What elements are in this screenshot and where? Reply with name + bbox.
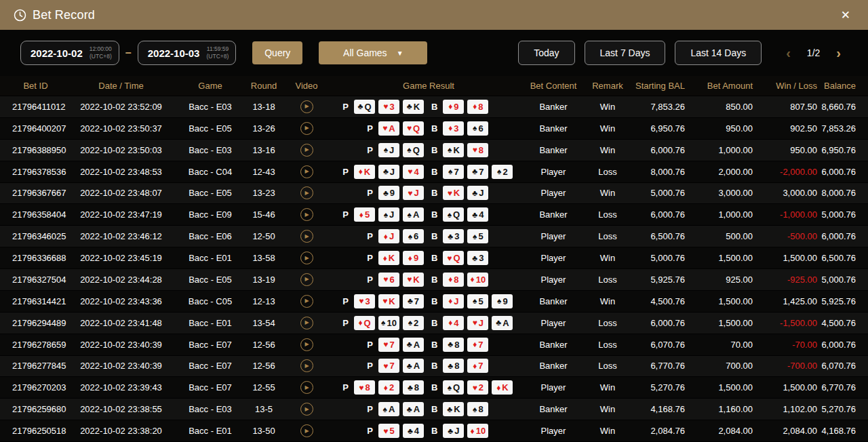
starting-bal-cell: 5,000.76 — [631, 188, 688, 198]
player-hand: P ♦K♣J♥4 — [335, 165, 431, 179]
game-cell: Bacc - E07 — [171, 382, 250, 393]
player-hand: P ♥7♣A — [335, 338, 431, 352]
date-time-cell: 2022-10-02 23:50:03 — [71, 145, 171, 155]
bet-id-cell: 21796411012 — [0, 102, 71, 112]
date-time-cell: 2022-10-02 23:40:39 — [71, 361, 171, 371]
play-video-icon[interactable]: ▶ — [300, 273, 313, 286]
banker-hand: B ♠Q♣4 — [431, 207, 522, 222]
date-time-cell: 2022-10-02 23:48:53 — [71, 167, 171, 177]
games-filter-dropdown[interactable]: All Games ▼ — [319, 41, 427, 64]
round-cell: 13-18 — [250, 102, 278, 112]
date-time-cell: 2022-10-02 23:45:19 — [71, 253, 171, 263]
player-label: P — [367, 145, 373, 155]
spade-card: ♠K — [443, 143, 464, 157]
spade-card: ♠6 — [467, 121, 488, 136]
heart-card: ♥K — [403, 273, 424, 287]
play-video-icon[interactable]: ▶ — [300, 403, 313, 416]
play-video-icon[interactable]: ▶ — [300, 165, 313, 178]
game-cell: Bacc - E01 — [171, 253, 250, 263]
bet-id-cell: 21796358404 — [0, 209, 71, 220]
date-time-cell: 2022-10-02 23:41:48 — [71, 318, 171, 328]
bet-id-cell: 21796314421 — [0, 296, 71, 306]
bet-amount-cell: 2,000.00 — [688, 167, 755, 177]
game-result-cell: P ♥6♥K B ♦8♦10 — [335, 273, 522, 287]
bet-content-cell: Banker — [522, 145, 585, 155]
query-button[interactable]: Query — [252, 41, 302, 64]
remark-cell: Loss — [585, 275, 631, 285]
player-label: P — [342, 382, 349, 393]
col-bet-amount: Bet Amount — [688, 81, 755, 91]
balance-cell: 6,000.76 — [820, 340, 868, 350]
chevron-left-icon[interactable]: ‹ — [779, 45, 797, 61]
round-cell: 13-26 — [250, 123, 278, 134]
bet-content-cell: Banker — [522, 123, 585, 134]
player-label: P — [367, 361, 373, 371]
player-hand: P ♥5♣4 — [335, 424, 431, 438]
game-result-cell: P ♦K♣J♥4 B ♠7♣7♠2 — [335, 165, 522, 179]
bet-id-cell: 21796388950 — [0, 145, 71, 155]
play-video-icon[interactable]: ▶ — [300, 208, 313, 221]
round-cell: 12-50 — [250, 231, 278, 241]
round-cell: 12-13 — [250, 296, 278, 306]
player-label: P — [342, 102, 349, 112]
table-row: 21796294489 2022-10-02 23:41:48 Bacc - E… — [0, 313, 868, 334]
balance-cell: 7,853.26 — [820, 123, 868, 134]
balance-cell: 8,660.76 — [820, 102, 868, 112]
play-video-icon[interactable]: ▶ — [300, 381, 313, 394]
game-cell: Bacc - C05 — [171, 296, 250, 306]
round-cell: 13-54 — [250, 318, 278, 328]
diamond-card: ♦10 — [467, 273, 488, 287]
balance-cell: 6,500.76 — [820, 253, 868, 263]
dropdown-arrow-icon: ▼ — [397, 49, 403, 57]
bet-amount-cell: 70.00 — [688, 340, 755, 350]
round-cell: 13-5 — [250, 404, 278, 414]
banker-label: B — [431, 318, 437, 328]
toolbar: 2022-10-02 12:00:00 (UTC+8) – 2022-10-03… — [0, 30, 868, 76]
last-14-days-button[interactable]: Last 14 Days — [675, 41, 762, 65]
banker-label: B — [431, 209, 437, 220]
play-video-icon[interactable]: ▶ — [300, 100, 313, 113]
win-loss-cell: 950.00 — [755, 145, 820, 155]
win-loss-cell: -70.00 — [755, 340, 820, 350]
bet-id-cell: 21796277845 — [0, 361, 71, 371]
col-date-time: Date / Time — [71, 81, 171, 91]
game-cell: Bacc - E05 — [171, 188, 250, 198]
play-video-icon[interactable]: ▶ — [300, 317, 313, 329]
game-cell: Bacc - E05 — [171, 123, 250, 134]
game-cell: Bacc - E01 — [171, 318, 250, 328]
play-video-icon[interactable]: ▶ — [300, 230, 313, 243]
play-video-icon[interactable]: ▶ — [300, 295, 313, 308]
win-loss-cell: 1,102.00 — [755, 404, 820, 414]
remark-cell: Loss — [585, 340, 631, 350]
diamond-card: ♦9 — [403, 251, 424, 265]
bet-id-cell: 21796294489 — [0, 318, 71, 328]
play-video-icon[interactable]: ▶ — [300, 186, 313, 199]
starting-bal-cell: 8,000.76 — [631, 167, 688, 177]
play-video-icon[interactable]: ▶ — [300, 424, 313, 437]
play-video-icon[interactable]: ▶ — [300, 338, 313, 351]
player-hand: P ♥3♥K♣7 — [335, 294, 431, 308]
date-to-input[interactable]: 2022-10-03 11:59:59 (UTC+8) — [138, 41, 237, 65]
win-loss-cell: -2,000.00 — [755, 167, 820, 177]
club-card: ♣A — [403, 338, 424, 352]
play-video-icon[interactable]: ▶ — [300, 252, 313, 264]
game-cell: Bacc - E03 — [171, 102, 250, 112]
spade-card: ♠2 — [492, 165, 513, 179]
date-from-value: 2022-10-02 — [31, 47, 83, 59]
player-hand: P ♣9♥J — [335, 186, 431, 200]
heart-card: ♥Q — [443, 251, 464, 265]
today-button[interactable]: Today — [518, 41, 574, 65]
banker-hand: B ♥K♣J — [431, 186, 522, 200]
chevron-right-icon[interactable]: › — [829, 45, 848, 61]
last-7-days-button[interactable]: Last 7 Days — [585, 41, 666, 65]
remark-cell: Loss — [585, 361, 631, 371]
date-from-input[interactable]: 2022-10-02 12:00:00 (UTC+8) — [20, 41, 119, 65]
win-loss-cell: -925.00 — [755, 275, 820, 285]
play-video-icon[interactable]: ▶ — [300, 144, 313, 157]
heart-card: ♥A — [378, 121, 399, 136]
play-video-icon[interactable]: ▶ — [300, 122, 313, 135]
close-icon[interactable]: ✕ — [837, 7, 854, 24]
play-video-icon[interactable]: ▶ — [300, 359, 313, 372]
balance-cell: 8,000.76 — [820, 188, 868, 198]
bet-content-cell: Banker — [522, 102, 585, 112]
